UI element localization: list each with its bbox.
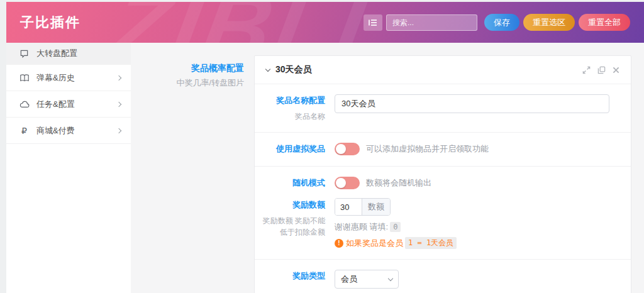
hint-code: 0	[390, 222, 401, 232]
reset-selection-button[interactable]: 重置选区	[523, 14, 575, 31]
warning-text: 如果奖品是会员	[346, 238, 403, 249]
selected-value: 会员	[341, 274, 357, 285]
field-title: 奖品名称配置	[260, 94, 325, 108]
amount-warning: ! 如果奖品是会员 1 = 1天会员	[335, 237, 621, 249]
sidebar-item-label: 弹幕&历史	[36, 72, 75, 84]
field-label: 随机模式 奖励数额 奖励数额 奖励不能低于扣除金额	[260, 177, 325, 249]
sidebar-item-wheel-config[interactable]: 大转盘配置	[6, 43, 131, 65]
reward-amount-input-group: 数额	[335, 198, 391, 216]
brand-watermark: ZIBLL	[103, 2, 408, 43]
sidebar-item-label: 商城&付费	[36, 125, 75, 136]
field-subtitle: 奖品名称	[260, 111, 325, 123]
section-title: 奖品概率配置	[131, 63, 244, 74]
field-row-virtual-prize: 使用虚拟奖品 可以添加虚拟物品并开启领取功能	[255, 133, 631, 167]
expand-icon[interactable]	[582, 66, 591, 74]
content-area: 奖品概率配置 中奖几率/转盘图片 30天会员	[131, 43, 644, 293]
ruble-icon: ₽	[19, 125, 30, 136]
field-title: 奖励数额	[260, 199, 325, 212]
section-subtitle: 中奖几率/转盘图片	[131, 77, 244, 89]
field-label: 使用虚拟奖品	[260, 143, 325, 156]
chevron-down-icon	[388, 275, 393, 280]
reward-type-select[interactable]: 会员	[335, 270, 399, 289]
field-title: 奖励类型	[260, 270, 325, 283]
field-row-reward-amount: 随机模式 奖励数额 奖励数额 奖励不能低于扣除金额 数额将会随机输出 数额	[255, 167, 631, 260]
field-label: 奖品名称配置 奖品名称	[260, 94, 325, 122]
chevron-down-icon	[265, 66, 270, 71]
section-label: 奖品概率配置 中奖几率/转盘图片	[131, 55, 254, 89]
sidebar-item-danmu-history[interactable]: 弹幕&历史	[6, 65, 131, 91]
close-icon[interactable]	[613, 67, 619, 74]
field-title: 使用虚拟奖品	[260, 143, 325, 156]
header-toolbar: 保存 重置选区 重置全部	[364, 14, 630, 31]
chevron-right-icon	[116, 75, 121, 80]
virtual-prize-toggle[interactable]	[335, 143, 360, 155]
book-icon	[19, 72, 30, 83]
panel-header[interactable]: 30天会员	[255, 56, 631, 84]
sidebar-item-shop-payment[interactable]: ₽ 商城&付费	[6, 118, 131, 144]
chevron-right-icon	[116, 128, 121, 133]
reset-all-button[interactable]: 重置全部	[579, 14, 630, 31]
sidebar-item-label: 大转盘配置	[36, 48, 77, 59]
plugin-settings-page: 子比插件 ZIBLL 保存 重置选区 重置全部	[6, 2, 644, 293]
field-description: 可以添加虚拟物品并开启领取功能	[366, 143, 489, 155]
amount-unit-addon: 数额	[362, 199, 390, 215]
search-input[interactable]	[386, 14, 477, 31]
save-button[interactable]: 保存	[484, 14, 519, 31]
prize-config-panel: 30天会员	[254, 55, 631, 293]
reward-amount-input[interactable]	[335, 199, 362, 215]
field-description: 数额将会随机输出	[366, 177, 431, 189]
sidebar-item-task-config[interactable]: 任务&配置	[6, 91, 131, 118]
panel-title: 30天会员	[275, 64, 312, 75]
field-row-reward-type: 奖励类型 会员	[255, 260, 631, 293]
page-title: 子比插件	[20, 13, 80, 32]
panel-tools	[582, 66, 619, 74]
hint-text: 谢谢惠顾 请填:	[335, 222, 388, 231]
prize-name-input[interactable]	[335, 94, 609, 113]
page-header: 子比插件 ZIBLL 保存 重置选区 重置全部	[6, 2, 644, 43]
field-label: 奖励类型	[260, 270, 325, 289]
sidebar: 大转盘配置 弹幕&历史 任务&	[6, 43, 131, 293]
field-subtitle: 奖励数额 奖励不能低于扣除金额	[260, 215, 325, 238]
amount-hint: 谢谢惠顾 请填:0	[335, 221, 621, 233]
field-title: 随机模式	[260, 177, 325, 190]
chevron-right-icon	[116, 101, 121, 106]
copy-icon[interactable]	[597, 66, 606, 74]
screen-icon	[19, 48, 30, 59]
info-icon: !	[335, 239, 343, 248]
menu-list-icon[interactable]	[364, 14, 382, 31]
cloud-icon	[19, 99, 30, 109]
sidebar-item-label: 任务&配置	[36, 99, 75, 110]
warning-code: 1 = 1天会员	[405, 237, 457, 249]
random-mode-toggle[interactable]	[335, 177, 360, 189]
field-row-prize-name: 奖品名称配置 奖品名称	[255, 84, 631, 133]
